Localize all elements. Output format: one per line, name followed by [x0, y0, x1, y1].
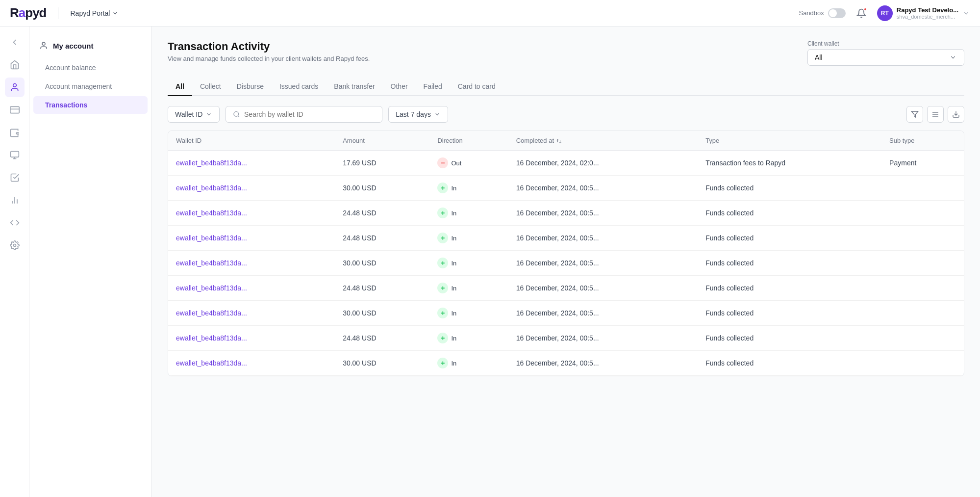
tab-failed[interactable]: Failed: [416, 78, 450, 96]
col-completed_at[interactable]: Completed at: [508, 131, 698, 151]
page-header: Transaction Activity View and manage fun…: [168, 40, 964, 66]
filter-button[interactable]: [906, 106, 923, 123]
page-subtitle: View and manage funds collected in your …: [168, 55, 370, 62]
svg-marker-12: [911, 111, 918, 117]
sidebar-item-account[interactable]: [5, 78, 25, 97]
table-row[interactable]: ewallet_be4ba8f13da...30.00 USD+In16 Dec…: [168, 301, 964, 326]
sidebar-item-account-management[interactable]: Account management: [33, 78, 148, 95]
main-content: Transaction Activity View and manage fun…: [152, 26, 980, 497]
cell-wallet-id: ewallet_be4ba8f13da...: [168, 251, 335, 276]
filter-row: Wallet ID Last 7 days: [168, 106, 964, 123]
layout: My account Account balance Account manag…: [0, 26, 980, 497]
sidebar-item-home[interactable]: [5, 55, 25, 75]
cell-direction: +In: [429, 201, 508, 226]
date-chevron-icon: [434, 111, 441, 118]
nav-section-title: My account: [29, 36, 151, 55]
cell-direction: +In: [429, 276, 508, 301]
table-row[interactable]: ewallet_be4ba8f13da...30.00 USD+In16 Dec…: [168, 251, 964, 276]
export-button[interactable]: [948, 106, 964, 123]
user-info: Rapyd Test Develo... shva_domestic_merch…: [897, 6, 958, 20]
sidebar-item-account-balance[interactable]: Account balance: [33, 59, 148, 77]
table-scroll-area: Wallet IDAmountDirectionCompleted atType…: [168, 131, 964, 376]
wallet-icon: [10, 128, 20, 137]
tabs: AllCollectDisburseIssued cardsBank trans…: [168, 78, 964, 96]
cell-completed-at: 16 December, 2024, 00:5...: [508, 301, 698, 326]
filter-actions: [906, 106, 964, 123]
user-name: Rapyd Test Develo...: [897, 6, 958, 14]
tab-card-to-card[interactable]: Card to card: [450, 78, 503, 96]
sidebar-icons: [0, 26, 29, 497]
table-row[interactable]: ewallet_be4ba8f13da...30.00 USD+In16 Dec…: [168, 351, 964, 376]
sidebar-item-reports[interactable]: [5, 190, 25, 210]
cell-completed-at: 16 December, 2024, 00:5...: [508, 201, 698, 226]
table-header-row: Wallet IDAmountDirectionCompleted atType…: [168, 131, 964, 151]
nav-divider: [58, 7, 58, 19]
table-row[interactable]: ewallet_be4ba8f13da...24.48 USD+In16 Dec…: [168, 226, 964, 251]
sandbox-area: Sandbox: [799, 8, 845, 18]
col-sub_type: Sub type: [881, 131, 964, 151]
cell-direction: +In: [429, 251, 508, 276]
chevron-down-icon: [112, 10, 119, 17]
collapse-button[interactable]: [5, 32, 25, 52]
cell-completed-at: 16 December, 2024, 00:5...: [508, 276, 698, 301]
sidebar-item-monitor[interactable]: [5, 145, 25, 165]
wallet-id-filter[interactable]: Wallet ID: [168, 106, 220, 123]
table-row[interactable]: ewallet_be4ba8f13da...30.00 USD+In16 Dec…: [168, 176, 964, 201]
tab-other[interactable]: Other: [383, 78, 416, 96]
cell-direction: +In: [429, 326, 508, 351]
sidebar-item-developers[interactable]: [5, 213, 25, 233]
settings-icon: [10, 240, 20, 250]
client-wallet-select[interactable]: All: [807, 49, 964, 66]
cell-sub-type: [881, 226, 964, 251]
table-row[interactable]: ewallet_be4ba8f13da...17.69 USD−Out16 De…: [168, 151, 964, 176]
user-circle-icon: [39, 41, 48, 50]
home-icon: [10, 60, 20, 70]
transactions-table-wrapper: Wallet IDAmountDirectionCompleted atType…: [168, 131, 964, 376]
table-row[interactable]: ewallet_be4ba8f13da...24.48 USD+In16 Dec…: [168, 326, 964, 351]
sidebar-item-compliance[interactable]: [5, 168, 25, 187]
cell-direction: +In: [429, 176, 508, 201]
check-square-icon: [10, 173, 20, 183]
search-icon: [233, 110, 240, 118]
cell-amount: 24.48 USD: [335, 226, 429, 251]
logo-brand[interactable]: Rapyd: [10, 5, 46, 21]
logo-area: Rapyd Rapyd Portal: [10, 5, 119, 21]
tab-issued-cards[interactable]: Issued cards: [272, 78, 326, 96]
search-input[interactable]: [244, 110, 375, 118]
svg-rect-3: [10, 152, 19, 157]
sidebar-item-settings[interactable]: [5, 235, 25, 255]
table-row[interactable]: ewallet_be4ba8f13da...24.48 USD+In16 Dec…: [168, 276, 964, 301]
columns-button[interactable]: [927, 106, 944, 123]
topnav: Rapyd Rapyd Portal Sandbox RT: [0, 0, 980, 26]
sandbox-label: Sandbox: [799, 9, 824, 17]
cell-wallet-id: ewallet_be4ba8f13da...: [168, 276, 335, 301]
bar-chart-icon: [10, 195, 20, 205]
cell-completed-at: 16 December, 2024, 00:5...: [508, 176, 698, 201]
sandbox-toggle[interactable]: [828, 8, 846, 18]
tab-collect[interactable]: Collect: [192, 78, 229, 96]
columns-icon: [931, 110, 939, 118]
portal-label[interactable]: Rapyd Portal: [70, 9, 119, 17]
cell-type: Funds collected: [698, 251, 881, 276]
sidebar-item-transactions[interactable]: Transactions: [33, 96, 148, 114]
user-menu[interactable]: RT Rapyd Test Develo... shva_domestic_me…: [877, 5, 970, 21]
tab-all[interactable]: All: [168, 78, 192, 96]
notifications-button[interactable]: [854, 5, 869, 21]
cell-sub-type: [881, 276, 964, 301]
table-row[interactable]: ewallet_be4ba8f13da...24.48 USD+In16 Dec…: [168, 201, 964, 226]
sidebar-item-wallet[interactable]: [5, 123, 25, 142]
cell-sub-type: [881, 301, 964, 326]
search-box: [226, 106, 382, 123]
select-chevron-icon: [949, 53, 957, 61]
sidebar-item-cards[interactable]: [5, 100, 25, 120]
cell-type: Funds collected: [698, 351, 881, 376]
cell-sub-type: [881, 351, 964, 376]
toggle-slider: [828, 8, 846, 18]
svg-rect-1: [10, 106, 19, 113]
date-filter[interactable]: Last 7 days: [388, 106, 448, 123]
tab-bank-transfer[interactable]: Bank transfer: [326, 78, 382, 96]
cell-amount: 24.48 USD: [335, 201, 429, 226]
cell-type: Funds collected: [698, 226, 881, 251]
tab-disburse[interactable]: Disburse: [229, 78, 272, 96]
page-header-text: Transaction Activity View and manage fun…: [168, 40, 370, 62]
